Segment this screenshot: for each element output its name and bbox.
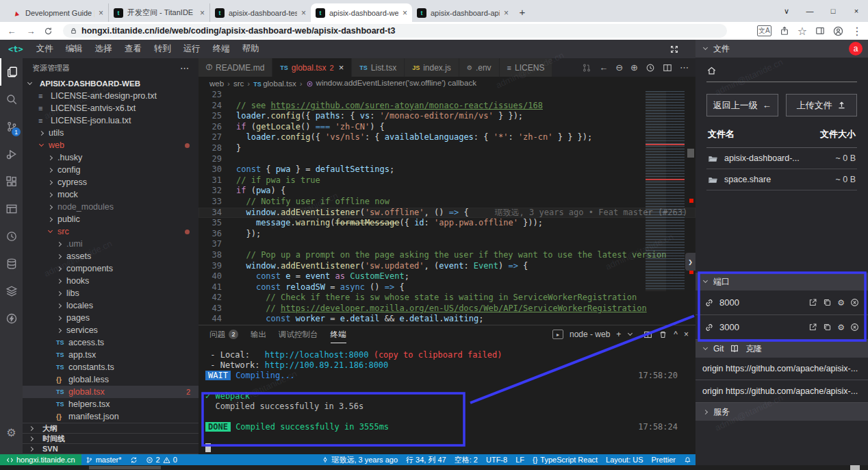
pull-request-icon[interactable] — [582, 63, 591, 73]
menu-item-选择[interactable]: 选择 — [89, 43, 118, 55]
tree-file-manifest.json[interactable]: {}manifest.json — [23, 410, 199, 423]
sidebar-section-SVN[interactable]: SVN — [23, 444, 199, 454]
tree-folder-config[interactable]: config — [23, 164, 199, 176]
language-mode[interactable]: {}TypeScript React — [528, 454, 602, 465]
copy-icon[interactable] — [823, 298, 832, 307]
browser-menu-icon[interactable]: ⋮ — [852, 25, 863, 38]
remote-indicator[interactable]: hongxi.titanide.cn — [0, 454, 81, 465]
tab-close-icon[interactable]: × — [99, 8, 103, 18]
tree-folder-services[interactable]: services — [23, 324, 199, 336]
sidebar-section-时间线[interactable]: 时间线 — [23, 434, 199, 444]
minimize-icon[interactable]: — — [798, 7, 821, 15]
tree-folder-utils[interactable]: utils — [23, 127, 199, 139]
tree-file-access.ts[interactable]: TSaccess.ts — [23, 336, 199, 349]
menu-item-查看[interactable]: 查看 — [118, 43, 148, 55]
tab-close-icon[interactable]: × — [403, 8, 407, 18]
indentation-status[interactable]: 空格: 2 — [450, 454, 482, 465]
source-control-icon[interactable]: 1 — [0, 113, 23, 140]
editor-tab-List.tsx[interactable]: TSList.tsx — [352, 58, 405, 77]
reload-icon[interactable] — [44, 27, 56, 36]
breadcrumb-item[interactable]: src — [233, 79, 244, 88]
problems-indicator[interactable]: 2 0 — [142, 454, 181, 465]
tree-folder-src[interactable]: src — [23, 225, 199, 238]
share-icon[interactable] — [780, 26, 789, 36]
kill-terminal-trash-icon[interactable] — [659, 330, 667, 339]
tree-folder-components[interactable]: components — [23, 262, 199, 275]
tree-file-LICENSE-json.lua.txt[interactable]: ≡LICENSE-json.lua.txt — [23, 114, 199, 127]
window-menu-icon[interactable]: ∨ — [775, 7, 798, 16]
encoding-status[interactable]: UTF-8 — [482, 454, 511, 465]
fullscreen-icon[interactable] — [669, 45, 679, 54]
port-row-3000[interactable]: 3000⚙ — [695, 315, 868, 340]
menu-item-文件[interactable]: 文件 — [30, 43, 60, 55]
sidebar-section-大纲[interactable]: 大纲 — [23, 423, 199, 434]
tab-close-icon[interactable]: × — [504, 8, 509, 18]
thunder-icon[interactable] — [0, 305, 23, 332]
editor-tab-index.js[interactable]: JSindex.js — [405, 58, 459, 77]
minimap[interactable] — [646, 91, 685, 291]
extensions-icon[interactable] — [0, 168, 23, 195]
copy-icon[interactable] — [823, 323, 832, 332]
editor-tab-.env[interactable]: ⚙.env — [459, 58, 500, 77]
breadcrumb-item[interactable]: web — [209, 79, 224, 88]
translate-icon[interactable]: 文A — [757, 25, 771, 36]
tab-close-icon[interactable]: × — [339, 62, 344, 73]
add-circle-icon[interactable]: ⊕ — [630, 62, 638, 73]
port-settings-gear-icon[interactable]: ⚙ — [837, 323, 845, 332]
editor-tab-LICENS[interactable]: ≡LICENS — [500, 58, 553, 77]
files-section-header[interactable]: 文件 a — [695, 40, 868, 58]
home-icon[interactable] — [706, 66, 857, 82]
side-panel-icon[interactable] — [815, 26, 825, 36]
terminal-dropdown-icon[interactable] — [628, 331, 633, 336]
close-window-icon[interactable]: × — [845, 7, 868, 15]
formatter-status[interactable]: Prettier — [648, 454, 680, 465]
tree-file-constants.ts[interactable]: TSconstants.ts — [23, 361, 199, 373]
history-clock-icon[interactable] — [0, 223, 23, 250]
more-actions-icon[interactable]: ⋯ — [680, 62, 689, 73]
menu-item-转到[interactable]: 转到 — [148, 43, 177, 55]
git-remote-row[interactable]: origin https://github.com/apache/apisix-… — [695, 358, 868, 380]
panel-tab-终端[interactable]: 终端 — [331, 325, 346, 343]
breadcrumb-item[interactable]: window.addEventListener('sw.offline') ca… — [306, 79, 476, 87]
maximize-icon[interactable]: □ — [821, 7, 845, 15]
tree-file-LICENSE-ant-design-pro.txt[interactable]: ≡LICENSE-ant-design-pro.txt — [23, 90, 199, 102]
new-tab-button[interactable]: + — [513, 3, 531, 21]
panel-tab-输出[interactable]: 输出 — [251, 325, 266, 343]
panel-tab-问题[interactable]: 问题2 — [209, 325, 238, 343]
menu-item-帮助[interactable]: 帮助 — [236, 43, 266, 55]
user-avatar[interactable]: a — [849, 42, 863, 55]
forward-icon[interactable]: → — [25, 26, 37, 36]
close-port-icon[interactable] — [850, 323, 859, 332]
tree-folder-hooks[interactable]: hooks — [23, 275, 199, 287]
tree-folder-cypress[interactable]: cypress — [23, 176, 199, 188]
remove-circle-icon[interactable]: ⊖ — [615, 62, 623, 73]
browser-tab[interactable]: t开发空间 - TitanIDE× — [108, 3, 209, 22]
tree-folder-public[interactable]: public — [23, 213, 199, 225]
tree-folder-assets[interactable]: assets — [23, 250, 199, 262]
open-external-icon[interactable] — [808, 298, 817, 307]
panel-tab-调试控制台[interactable]: 调试控制台 — [279, 325, 318, 343]
browser-tab[interactable]: ▲Development Guide | Apache× — [7, 3, 108, 22]
search-icon[interactable] — [0, 86, 23, 113]
terminal-shell-label[interactable]: node - web — [570, 330, 610, 339]
breadcrumb-item[interactable]: TS global.tsx — [253, 79, 296, 88]
tab-close-icon[interactable]: × — [301, 8, 306, 18]
panel-expand-button[interactable]: ❯ — [685, 253, 695, 271]
open-external-icon[interactable] — [808, 323, 817, 332]
tree-folder-node_modules[interactable]: node_modules — [23, 201, 199, 213]
port-row-8000[interactable]: 8000⚙ — [695, 290, 868, 315]
file-row[interactable]: space.share~ 0 B — [706, 169, 857, 190]
clone-label[interactable]: 克隆 — [745, 343, 762, 355]
more-actions-icon[interactable]: ⋯ — [180, 63, 189, 73]
layers-icon[interactable] — [0, 277, 23, 305]
tree-file-helpers.tsx[interactable]: TShelpers.tsx — [23, 398, 199, 410]
upload-file-button[interactable]: 上传文件 — [786, 94, 858, 116]
split-editor-icon[interactable] — [663, 63, 672, 73]
preview-window-icon[interactable] — [0, 195, 23, 223]
url-field[interactable]: hongxi.titanide.cn/ide/web/coding/apisix… — [63, 24, 727, 38]
tree-folder-pages[interactable]: pages — [23, 312, 199, 324]
terminal-output[interactable]: - Local: http://localhost:8000 (copy to … — [199, 343, 695, 454]
go-up-directory-button[interactable]: 返回上一级 ← — [706, 94, 778, 116]
tree-folder-locales[interactable]: locales — [23, 299, 199, 312]
project-root-row[interactable]: APISIX-DASHBOARD-WEB — [23, 77, 199, 90]
